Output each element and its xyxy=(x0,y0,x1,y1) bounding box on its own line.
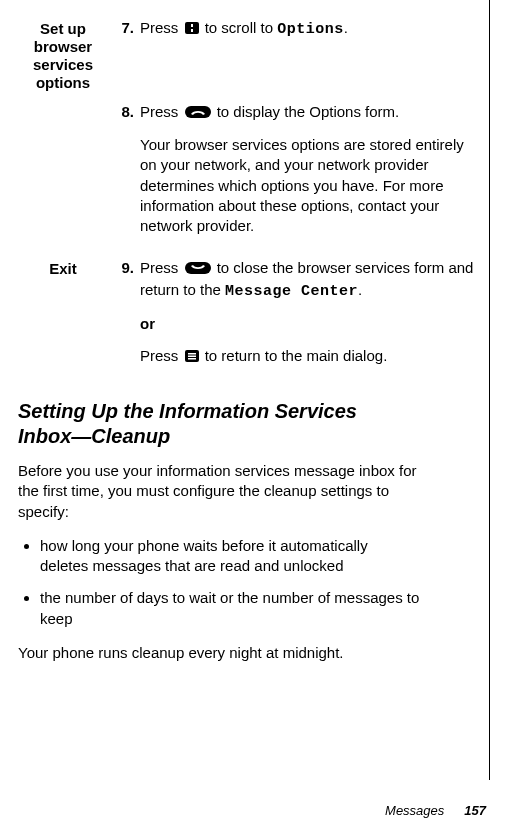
svg-rect-6 xyxy=(188,353,196,355)
end-key-icon xyxy=(185,259,211,279)
section-heading: Setting Up the Information Services Inbo… xyxy=(18,399,486,449)
step-body: Press to scroll to Options. xyxy=(140,18,486,52)
step-number: 8. xyxy=(108,102,140,122)
call-key-icon xyxy=(185,103,211,123)
svg-rect-0 xyxy=(185,22,199,34)
page-footer: Messages157 xyxy=(385,802,486,820)
step-number: 9. xyxy=(108,258,140,278)
svg-rect-1 xyxy=(191,24,193,27)
menu-key-icon xyxy=(185,347,199,367)
page-divider xyxy=(489,0,490,780)
svg-rect-8 xyxy=(188,358,196,360)
section-body: Before you use your information services… xyxy=(18,461,486,663)
list-item: how long your phone waits before it auto… xyxy=(40,536,420,577)
step-number: 7. xyxy=(108,18,140,38)
scroll-key-icon xyxy=(185,19,199,39)
svg-rect-7 xyxy=(188,355,196,357)
side-label-exit: Exit xyxy=(18,258,108,278)
list-item: the number of days to wait or the number… xyxy=(40,588,420,629)
svg-rect-2 xyxy=(191,29,193,32)
side-label-setup: Set up browser services options xyxy=(18,18,108,92)
step-body: Press to close the browser services form… xyxy=(140,258,486,379)
step-body: Press to display the Options form. Your … xyxy=(140,102,486,248)
